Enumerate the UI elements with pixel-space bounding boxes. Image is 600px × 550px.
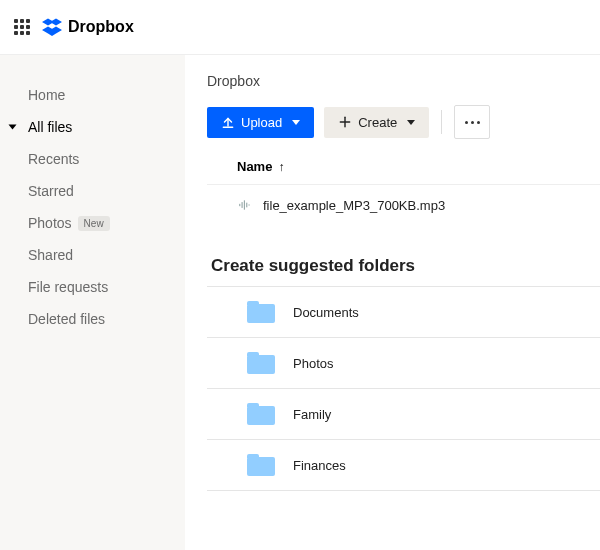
- suggested-folder-name: Documents: [293, 305, 359, 320]
- upload-icon: [221, 115, 235, 129]
- sidebar-item-starred[interactable]: Starred: [0, 175, 185, 207]
- toolbar-divider: [441, 110, 442, 134]
- folder-icon: [247, 352, 275, 374]
- svg-rect-0: [239, 204, 240, 206]
- sidebar-item-photos[interactable]: Photos New: [0, 207, 185, 239]
- folder-icon: [247, 454, 275, 476]
- file-name: file_example_MP3_700KB.mp3: [263, 198, 445, 213]
- sidebar-item-label: Shared: [28, 247, 73, 263]
- column-header-label: Name: [237, 159, 272, 174]
- audio-file-icon: [237, 197, 253, 213]
- suggested-folder-name: Photos: [293, 356, 333, 371]
- column-header-name[interactable]: Name ↑: [207, 159, 600, 185]
- chevron-down-icon: [292, 120, 300, 125]
- suggested-folder-name: Family: [293, 407, 331, 422]
- upload-button[interactable]: Upload: [207, 107, 314, 138]
- new-badge: New: [78, 216, 110, 231]
- suggested-folder-row[interactable]: Documents: [207, 286, 600, 337]
- sidebar-item-label: File requests: [28, 279, 108, 295]
- main-panel: Dropbox Upload Create Name: [185, 55, 600, 550]
- suggested-folder-row[interactable]: Photos: [207, 337, 600, 388]
- breadcrumb: Dropbox: [207, 73, 600, 89]
- topbar: Dropbox: [0, 0, 600, 55]
- sidebar-item-label: Photos: [28, 215, 72, 231]
- sidebar-item-shared[interactable]: Shared: [0, 239, 185, 271]
- svg-rect-2: [244, 200, 245, 209]
- file-row[interactable]: file_example_MP3_700KB.mp3: [207, 185, 600, 226]
- sidebar-item-label: Deleted files: [28, 311, 105, 327]
- sidebar-item-home[interactable]: Home: [0, 79, 185, 111]
- chevron-down-icon: [407, 120, 415, 125]
- sidebar-item-label: Recents: [28, 151, 79, 167]
- dropbox-logo-icon: [42, 17, 62, 37]
- brand-name: Dropbox: [68, 18, 134, 36]
- brand-home-link[interactable]: Dropbox: [42, 17, 134, 37]
- sort-asc-icon: ↑: [278, 160, 284, 174]
- plus-icon: [338, 115, 352, 129]
- suggested-folder-row[interactable]: Family: [207, 388, 600, 439]
- apps-launcher-icon[interactable]: [14, 19, 30, 35]
- svg-rect-1: [242, 202, 243, 208]
- toolbar: Upload Create: [207, 105, 600, 139]
- svg-rect-4: [249, 204, 250, 205]
- suggested-folder-name: Finances: [293, 458, 346, 473]
- sidebar-item-deleted-files[interactable]: Deleted files: [0, 303, 185, 335]
- sidebar-item-all-files[interactable]: All files: [0, 111, 185, 143]
- upload-label: Upload: [241, 115, 282, 130]
- sidebar-item-label: Starred: [28, 183, 74, 199]
- folder-icon: [247, 301, 275, 323]
- suggested-folders-heading: Create suggested folders: [211, 256, 600, 276]
- svg-rect-3: [246, 203, 247, 208]
- more-actions-button[interactable]: [454, 105, 490, 139]
- folder-icon: [247, 403, 275, 425]
- sidebar-item-label: All files: [28, 119, 72, 135]
- sidebar-item-label: Home: [28, 87, 65, 103]
- create-button[interactable]: Create: [324, 107, 429, 138]
- sidebar-item-recents[interactable]: Recents: [0, 143, 185, 175]
- sidebar-item-file-requests[interactable]: File requests: [0, 271, 185, 303]
- suggested-folder-row[interactable]: Finances: [207, 439, 600, 491]
- sidebar: Home All files Recents Starred Photos Ne…: [0, 55, 185, 550]
- create-label: Create: [358, 115, 397, 130]
